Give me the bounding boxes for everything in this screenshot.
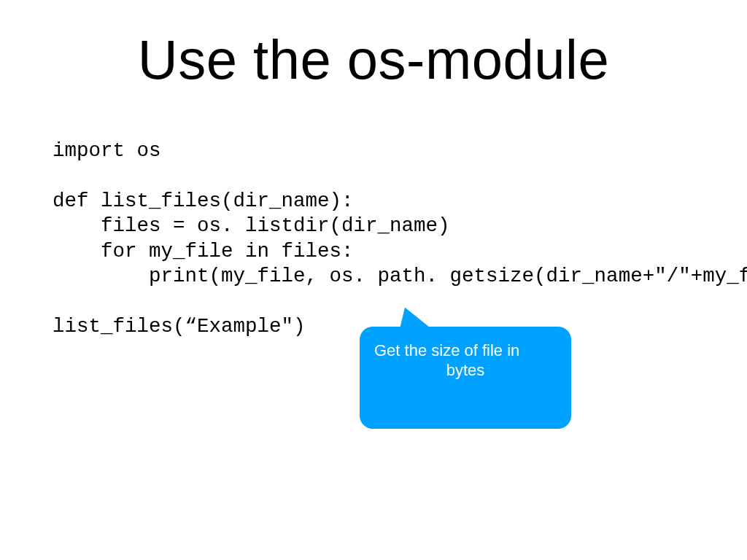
callout-text-line: bytes xyxy=(374,361,557,379)
code-line: list_files(“Example") xyxy=(53,315,306,338)
callout-body: Get the size of file in bytes xyxy=(360,327,571,429)
code-line: def list_files(dir_name): xyxy=(53,190,354,212)
code-line: print(my_file, os. path. getsize(dir_nam… xyxy=(53,265,747,287)
slide: Use the os-module import os def list_fil… xyxy=(0,0,747,560)
callout: Get the size of file in bytes xyxy=(360,314,571,434)
code-line: import os xyxy=(53,139,161,162)
code-line: for my_file in files: xyxy=(53,240,354,262)
slide-title: Use the os-module xyxy=(0,28,747,91)
callout-text-line: Get the size of file in xyxy=(374,341,557,359)
code-line: files = os. listdir(dir_name) xyxy=(53,214,450,237)
